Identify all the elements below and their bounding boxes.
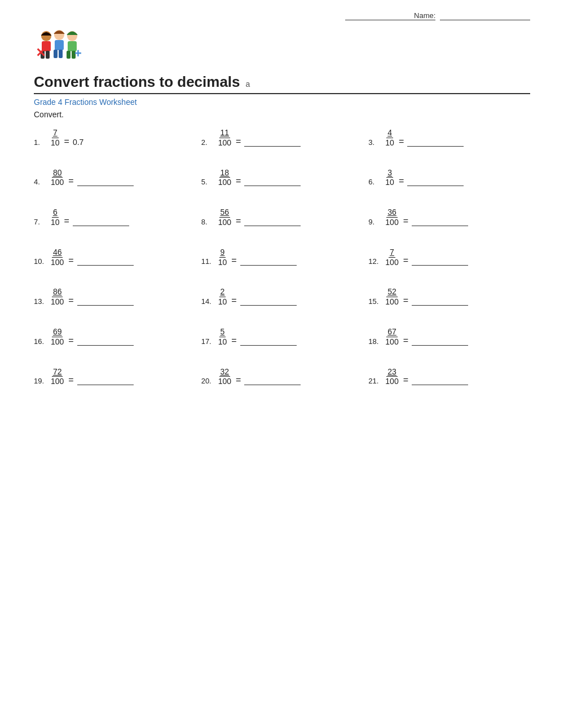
answer-area [77,177,134,187]
denominator: 100 [50,258,65,267]
equals-sign: = [68,176,73,187]
fraction: 910 [217,248,228,267]
answer-blank[interactable] [412,256,468,266]
problem-number: 13. [34,297,46,307]
answer-area [77,336,134,347]
problem-number: 19. [34,377,46,386]
numerator: 5 [219,327,226,337]
svg-rect-6 [54,50,58,58]
problem-item: 18.67100= [368,327,530,347]
answer-blank[interactable] [412,296,468,306]
svg-rect-5 [55,40,64,50]
equals-sign: = [236,136,241,148]
equals-sign: = [399,136,404,148]
fraction: 410 [384,128,395,148]
denominator: 10 [217,258,228,267]
problem-number: 7. [34,218,46,227]
answer-blank[interactable] [244,137,301,147]
fraction: 7100 [384,248,399,267]
answer-blank[interactable] [412,217,468,226]
svg-text:✕: ✕ [36,46,46,60]
numerator: 52 [386,287,398,297]
fraction: 23100 [384,367,399,387]
denominator: 100 [217,178,232,187]
answer-area [77,376,134,386]
fraction: 11100 [217,128,232,148]
problem-item: 2.11100= [201,128,363,148]
numerator: 9 [219,248,226,258]
answer-blank[interactable] [244,376,301,385]
answer-blank[interactable] [77,296,134,306]
fraction: 46100 [50,248,65,267]
answer-blank[interactable] [407,137,464,147]
denominator: 10 [50,218,61,227]
answer-blank[interactable] [240,256,297,266]
problem-number: 11. [201,257,214,267]
equals-sign: = [231,295,236,307]
denominator: 10 [217,297,228,307]
numerator: 86 [52,287,63,297]
denominator: 100 [384,258,399,267]
numerator: 80 [52,168,63,178]
problem-item: 3.410= [368,128,530,148]
logo-area: ✕ + [34,26,530,68]
answer-blank[interactable] [244,177,301,186]
equals-sign: = [64,216,69,227]
problem-number: 20. [201,377,214,386]
equals-sign: = [403,336,408,347]
problem-number: 18. [368,337,381,347]
denominator: 10 [384,178,395,187]
fraction: 52100 [384,287,399,307]
answer-blank[interactable] [412,376,468,385]
numerator: 11 [219,128,231,138]
numerator: 2 [219,287,226,297]
problem-number: 6. [368,178,381,187]
answer-area: 0.7 [73,138,83,148]
problem-item: 5.18100= [201,168,363,188]
denominator: 100 [217,377,232,386]
equals-sign: = [236,176,241,187]
problem-number: 17. [201,337,214,347]
problem-number: 16. [34,337,46,347]
answer-blank[interactable] [412,336,468,346]
answer-blank[interactable] [407,177,464,186]
answer-area [77,296,134,307]
problem-item: 8.56100= [201,208,363,227]
equals-sign: = [236,375,241,386]
fraction: 310 [384,168,395,188]
answer-blank[interactable] [240,336,297,346]
answer-blank[interactable] [73,217,129,226]
instruction: Convert. [34,110,530,119]
answer-area [77,256,134,267]
answer-area [412,336,468,347]
problem-number: 9. [368,218,381,227]
answer-area [412,217,468,227]
problem-number: 21. [368,377,381,386]
problems-grid: 1.710=0.72.11100= 3.410= 4.80100= 5.1810… [34,128,530,386]
answer-blank[interactable] [77,256,134,266]
problem-item: 7.610= [34,208,196,227]
answer-blank[interactable] [77,177,134,186]
answer-blank[interactable] [244,217,301,226]
denominator: 10 [384,138,395,148]
answer-area [244,137,301,148]
problem-number: 8. [201,218,214,227]
numerator: 32 [219,367,231,377]
answer-value: 0.7 [73,138,83,148]
numerator: 46 [52,248,63,258]
fraction: 510 [217,327,228,347]
answer-area [240,296,297,307]
equals-sign: = [68,375,73,386]
equals-sign: = [403,375,408,386]
answer-blank[interactable] [240,296,297,306]
problem-item: 15.52100= [368,287,530,307]
name-label: Name: [345,11,435,20]
problem-number: 1. [34,138,46,148]
svg-text:+: + [74,46,82,60]
answer-blank[interactable] [77,376,134,385]
answer-blank[interactable] [77,336,134,346]
fraction: 80100 [50,168,65,188]
fraction: 210 [217,287,228,307]
fraction: 32100 [217,367,232,387]
problem-number: 15. [368,297,381,307]
